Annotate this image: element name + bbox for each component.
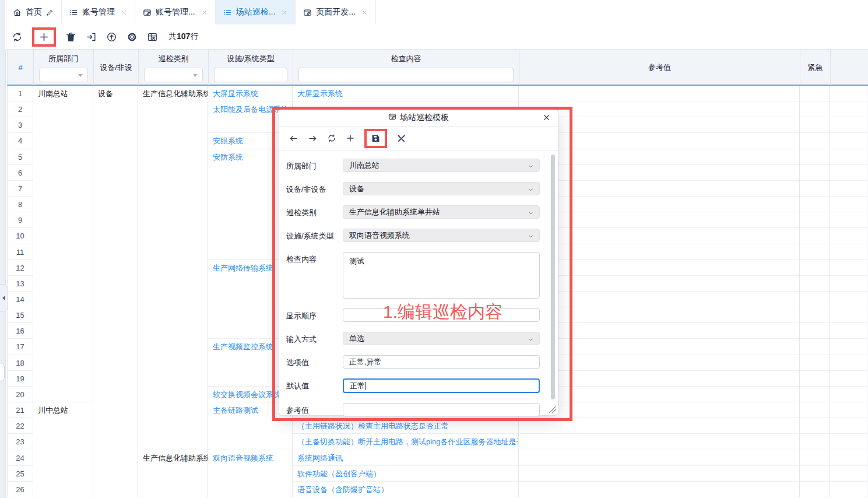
content-link[interactable]: （主备切换功能）断开主用电路，测试ping各作业区服务器地址是否正常 (293, 437, 518, 446)
header-urgent: 紧急 (800, 50, 831, 85)
cell-ref-row-1 (519, 86, 799, 101)
add-row-button[interactable] (38, 31, 50, 43)
field-input-9[interactable] (343, 403, 540, 416)
system-filter-input[interactable] (214, 68, 287, 82)
chevron-down-icon (528, 163, 534, 171)
cell-urgent-row-6 (800, 165, 830, 181)
dialog-add-button[interactable] (346, 134, 355, 143)
cell-urgent-row-20 (800, 387, 830, 402)
field-label: 所属部门 (286, 159, 343, 172)
header-dept: 所属部门 (34, 50, 94, 85)
form-row-0: 所属部门川南总站 (286, 159, 552, 172)
sidebar-collapse-handle-secondary[interactable] (0, 363, 5, 381)
next-record-button[interactable] (308, 134, 318, 143)
cell-content-row-23[interactable]: （主备切换功能）断开主用电路，测试ping各作业区服务器地址是否正常 (293, 434, 518, 450)
settings-button[interactable] (126, 31, 138, 43)
form-icon (143, 8, 152, 17)
cell-content-row-1[interactable]: 大屏显示系统 (293, 86, 518, 101)
field-label: 设施/系统类型 (286, 229, 343, 242)
home-icon (13, 8, 22, 17)
field-select-2[interactable]: 生产信息化辅助系统单井站 (343, 205, 540, 219)
cell-num-row-23: 23 (8, 434, 33, 450)
field-textarea-4[interactable]: 测试 (343, 252, 540, 299)
system-type-link[interactable]: 大屏显示系统 (208, 86, 292, 101)
cell-urgent-row-18 (800, 355, 830, 371)
field-value: 测试 (349, 256, 364, 266)
cell-system-rows-1-1[interactable]: 大屏显示系统 (208, 86, 292, 101)
left-edge-strip (0, 0, 6, 498)
cell-ref-row-23 (519, 434, 799, 450)
tab-close-icon[interactable] (121, 9, 127, 16)
chevron-down-icon (528, 186, 534, 195)
cell-urgent-row-10 (800, 228, 830, 244)
cell-ref-row-15 (519, 307, 799, 323)
field-label: 输入方式 (286, 332, 343, 345)
delete-button[interactable] (65, 31, 76, 43)
field-input-5[interactable] (343, 308, 540, 322)
content-link[interactable]: 系统网络通讯 (293, 454, 343, 462)
cell-urgent-row-2 (800, 101, 830, 117)
cell-num-row-22: 22 (8, 418, 33, 434)
tools-button[interactable] (396, 134, 406, 143)
dialog-scrollbar[interactable] (551, 155, 555, 399)
tab-0[interactable]: 首页 (5, 0, 62, 24)
cell-content-row-25[interactable]: 软件功能（盈创客户端） (293, 466, 518, 482)
cell-num-row-25: 25 (8, 466, 33, 482)
content-filter-input[interactable] (298, 68, 514, 82)
tab-close-icon[interactable] (201, 9, 208, 16)
pencil-icon[interactable] (46, 9, 54, 16)
cell-ref-row-17 (519, 339, 799, 355)
cell-content-row-26[interactable]: 语音设备（含防爆扩音站） (293, 482, 518, 497)
field-input-8[interactable]: 正常 (343, 378, 540, 393)
sidebar-collapse-handle[interactable] (0, 284, 8, 312)
cell-ref-row-24 (519, 450, 799, 466)
cell-extra-row-14 (830, 292, 867, 307)
field-select-0[interactable]: 川南总站 (343, 159, 540, 172)
content-link[interactable]: 软件功能（盈创客户端） (293, 469, 381, 478)
cell-content-row-22[interactable]: （主用链路状况）检查主用电路状态是否正常 (293, 418, 518, 434)
upload-button[interactable] (106, 31, 117, 43)
tab-4[interactable]: 页面开发... (296, 0, 376, 24)
import-button[interactable] (86, 31, 97, 43)
cell-num-row-14: 14 (8, 292, 33, 307)
field-value: 正常 (350, 381, 365, 391)
content-link[interactable]: 语音设备（含防爆扩音站） (293, 485, 388, 494)
field-select-1[interactable]: 设备 (343, 182, 540, 195)
chevron-down-icon (528, 336, 534, 345)
excel-export-button[interactable] (147, 31, 158, 43)
cell-ref-row-6 (519, 165, 799, 181)
field-label: 巡检类别 (286, 205, 343, 219)
tab-2[interactable]: 账号管理... (135, 0, 216, 24)
dialog-refresh-button[interactable] (327, 134, 336, 143)
cell-num-row-2: 2 (8, 101, 33, 117)
tab-close-icon[interactable] (281, 9, 287, 16)
system-type-link[interactable]: 双向语音视频系统 (208, 450, 292, 466)
prev-record-button[interactable] (289, 134, 298, 143)
dept-filter-select[interactable] (39, 68, 88, 82)
field-label: 选项值 (286, 355, 343, 369)
field-select-3[interactable]: 双向语音视频系统 (343, 229, 540, 242)
field-input-7[interactable]: 正常,异常 (343, 355, 540, 369)
cell-ref-row-3 (519, 117, 799, 133)
system-filter-field[interactable] (215, 68, 287, 82)
content-link[interactable]: （主用链路状况）检查主用电路状态是否正常 (293, 422, 449, 430)
tab-1[interactable]: 账号管理 (62, 0, 135, 24)
dialog-resize-handle[interactable] (549, 406, 556, 413)
dialog-close-button[interactable] (542, 113, 551, 122)
cell-num-row-26: 26 (8, 482, 33, 497)
cell-category-rows-1-23: 生产信息化辅助系统 (138, 86, 208, 450)
field-select-6[interactable]: 单选 (343, 332, 540, 345)
form-row-4: 检查内容测试 (286, 252, 552, 299)
content-filter-field[interactable] (299, 68, 513, 82)
save-button[interactable] (371, 134, 381, 143)
cell-content-row-24[interactable]: 系统网络通讯 (293, 450, 518, 466)
cell-num-row-18: 18 (8, 355, 33, 371)
category-filter-select[interactable] (144, 68, 203, 82)
tab-close-icon[interactable] (361, 9, 368, 16)
cell-system-rows-24-26[interactable]: 双向语音视频系统 (208, 450, 292, 497)
refresh-button[interactable] (12, 31, 23, 43)
cell-num-row-6: 6 (8, 165, 33, 181)
cell-urgent-row-12 (800, 260, 830, 276)
tab-3[interactable]: 场站巡检... (216, 0, 296, 24)
content-link[interactable]: 大屏显示系统 (293, 89, 343, 98)
